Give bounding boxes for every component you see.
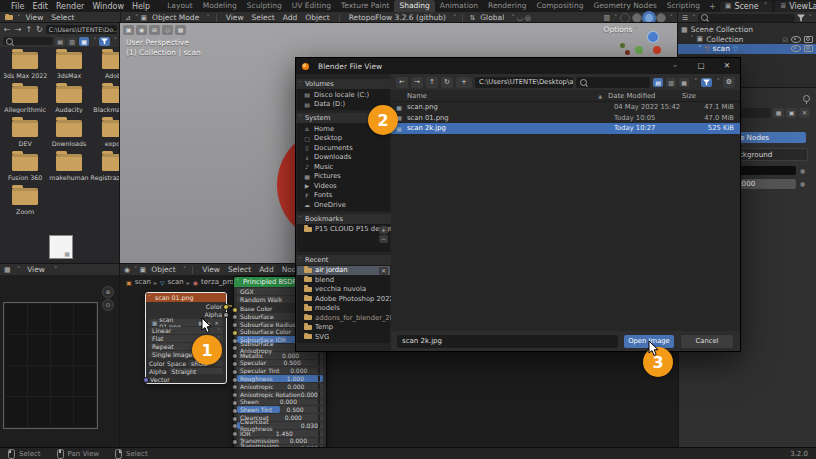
input-socket[interactable] — [232, 314, 238, 320]
image-view-menu[interactable]: View — [24, 265, 48, 274]
camera-icon[interactable] — [804, 45, 813, 52]
volume-item[interactable]: ▤ Disco locale (C:) — [297, 90, 390, 100]
viewport-options-dropdown[interactable]: Optionsˇ — [604, 25, 638, 34]
display-vertical-list-button[interactable]: ▤ — [55, 37, 65, 46]
sh-add-menu[interactable]: Add — [256, 265, 277, 274]
file-row[interactable]: ▦ scan 01.png Today 10:05 47.0 MiB — [391, 113, 740, 124]
expand-icon[interactable]: ˇ — [690, 35, 694, 43]
system-item[interactable]: ▢ Desktop — [297, 134, 390, 144]
outliner-collection[interactable]: ˇ ▣ Collection ☑ — [678, 35, 816, 45]
add-workspace-button[interactable]: + — [705, 2, 720, 11]
refresh-icon[interactable]: ↻ — [35, 25, 44, 34]
expand-icon[interactable]: ˇ — [698, 45, 702, 53]
vector-input-socket[interactable] — [143, 377, 149, 383]
display-vertical-list-button[interactable]: ▤ — [653, 78, 663, 87]
system-item[interactable]: ☁ OneDrive — [297, 200, 390, 210]
gizmo-x-axis[interactable] — [653, 46, 661, 54]
remove-bookmark-button[interactable]: − — [379, 235, 388, 243]
input-socket[interactable] — [232, 330, 238, 336]
eye-icon[interactable] — [791, 45, 801, 52]
color-swatch[interactable] — [318, 383, 320, 390]
folder-item[interactable]: Downloads — [48, 120, 89, 147]
path-field[interactable]: C:\Users\UTENTE\Do... — [46, 25, 117, 34]
camera-icon[interactable] — [804, 36, 813, 43]
dialog-search-input[interactable] — [576, 77, 650, 88]
up-icon[interactable]: ↑ — [426, 77, 438, 88]
recent-item[interactable]: blend — [297, 275, 390, 285]
input-socket[interactable] — [232, 416, 238, 422]
close-button[interactable]: ✕ — [714, 58, 740, 74]
file-select-menu[interactable]: Select — [48, 13, 77, 22]
bookmark-item[interactable]: P15 CLOUD P15 design — [297, 225, 390, 235]
browse-datablock-icon[interactable]: ▦ — [773, 108, 784, 118]
color-swatch[interactable] — [318, 422, 320, 429]
maximize-button[interactable]: □ — [688, 58, 714, 74]
unlink-image-icon[interactable]: ✕ — [213, 320, 220, 326]
vp-select-menu[interactable]: Select — [249, 13, 278, 22]
create-folder-icon[interactable]: + — [456, 77, 472, 88]
gizmo-y-neg[interactable] — [620, 43, 625, 48]
column-name[interactable]: Name ▲ — [391, 92, 608, 100]
file-view-menu[interactable]: View — [23, 13, 47, 22]
recent-item[interactable]: Adobe Photoshop 2022 — [297, 294, 390, 304]
shading-wireframe-button[interactable] — [620, 13, 630, 23]
pan-icon[interactable]: ⊙ — [102, 299, 114, 311]
recent-item[interactable]: Temp — [297, 323, 390, 333]
recent-item[interactable]: models — [297, 304, 390, 314]
outliner-scene-collection[interactable]: ▦ Scene Collection — [678, 25, 816, 35]
bookmarks-section-header[interactable]: Bookmarks — [296, 214, 391, 224]
recent-item[interactable]: SVG — [297, 332, 390, 342]
system-item[interactable]: ▦ Pictures — [297, 172, 390, 182]
snap-toggle-icon[interactable]: ◇ — [162, 25, 173, 35]
editor-type-icon[interactable]: ▦ — [4, 266, 11, 274]
input-socket[interactable] — [232, 400, 238, 406]
workspace-tab[interactable]: Geometry Nodes — [588, 0, 661, 12]
system-item[interactable]: ▶ Videos — [297, 181, 390, 191]
recent-section-header[interactable]: Recent — [296, 255, 391, 265]
folder-item[interactable]: Audacity — [48, 86, 89, 113]
animate-dot-icon[interactable]: ● — [800, 167, 805, 174]
gizmo-y-axis[interactable] — [635, 46, 643, 54]
outliner-object-scan[interactable]: ˇ ▽ scan ▽ — [678, 44, 816, 54]
editor-type-icon[interactable]: ◉ — [124, 266, 130, 274]
alpha-output-socket[interactable] — [223, 312, 229, 318]
bsdf-input-row[interactable]: Clearcoat Roughness 0.030 — [237, 422, 323, 429]
sh-select-menu[interactable]: Select — [225, 265, 254, 274]
overlay-toggle-icon[interactable]: ◉ — [136, 25, 147, 35]
color-swatch[interactable] — [318, 414, 320, 421]
bsdf-input-row[interactable]: Specular Tint 0.000 — [237, 367, 323, 374]
gizmo-toggle-icon[interactable]: ▣ — [123, 25, 134, 35]
unlink-datablock-icon[interactable]: ✕ — [799, 108, 810, 118]
file-search-input[interactable] — [3, 37, 53, 45]
bsdf-input-row[interactable]: IOR 1.450 — [237, 430, 323, 437]
eye-icon[interactable] — [791, 36, 801, 43]
folder-item[interactable]: makehuman — [48, 154, 89, 181]
input-socket[interactable] — [232, 307, 238, 313]
folder-item[interactable]: Zoom — [2, 188, 48, 215]
bsdf-input-row[interactable]: Specular 0.500 — [237, 360, 323, 367]
gizmo-x-neg[interactable] — [625, 50, 630, 55]
dialog-path-field[interactable]: C:\Users\UTENTE\Desktop\air jordan\ — [475, 77, 573, 88]
orientation-dropdown[interactable]: Global — [477, 13, 507, 22]
back-icon[interactable]: ← — [396, 77, 408, 88]
add-bookmark-button[interactable]: + — [379, 226, 388, 234]
system-item[interactable]: ♪ Music — [297, 162, 390, 172]
folder-item[interactable]: 3dsMax — [48, 52, 89, 79]
shading-toggle-icon[interactable]: ▦ — [175, 25, 186, 35]
input-socket[interactable] — [232, 369, 238, 375]
outliner-display-icon[interactable]: ☰ — [682, 14, 688, 22]
sh-view-menu[interactable]: View — [199, 265, 223, 274]
editor-type-icon[interactable]: ⊿ — [125, 14, 131, 22]
workspace-tab[interactable]: Layout — [162, 0, 198, 12]
workspace-tab[interactable]: Texture Paint — [336, 0, 394, 12]
input-socket[interactable] — [232, 322, 238, 328]
exclude-checkbox-icon[interactable]: ☑ — [783, 36, 788, 43]
recent-item[interactable]: addons_for_blender_28x — [297, 313, 390, 323]
column-date[interactable]: Date Modified — [608, 92, 682, 100]
alpha-dropdown[interactable]: Straight — [169, 368, 223, 374]
outliner-search-input[interactable] — [698, 14, 795, 22]
input-socket[interactable] — [232, 431, 238, 437]
workspace-tab[interactable]: Shading — [394, 0, 434, 12]
folder-item[interactable]: Allegorithmic — [2, 86, 48, 113]
volumes-section-header[interactable]: Volumes — [296, 79, 391, 89]
